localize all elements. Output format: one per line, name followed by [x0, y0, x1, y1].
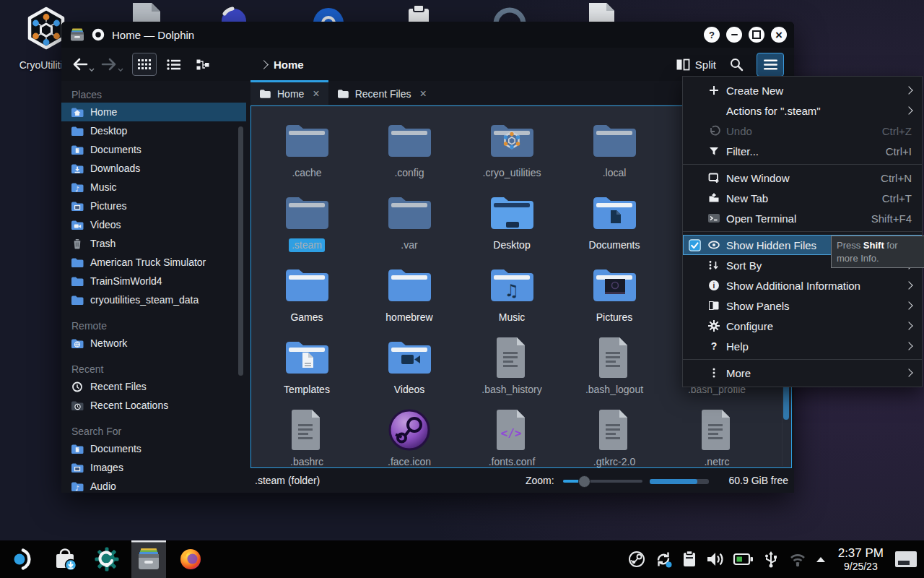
- sidebar-item-desktop[interactable]: Desktop: [61, 121, 246, 140]
- sidebar-item-music[interactable]: ♪Music: [61, 178, 246, 197]
- file-item-bash-history[interactable]: .bash_history: [463, 335, 560, 397]
- breadcrumb-home[interactable]: Home: [274, 59, 304, 71]
- sidebar-item-documents[interactable]: Documents: [61, 140, 246, 159]
- menu-item-show-additional-information[interactable]: iShow Additional Information: [683, 275, 922, 296]
- details-view-button[interactable]: [162, 53, 186, 75]
- desktop-shortcut-partial-doc-white[interactable]: [586, 1, 616, 22]
- folder-documents-icon: [591, 190, 637, 236]
- tray-clipboard-icon[interactable]: [681, 550, 698, 569]
- search-button[interactable]: [729, 57, 744, 72]
- menu-item-create-new[interactable]: Create New: [683, 80, 922, 100]
- menu-item-new-tab[interactable]: New TabCtrl+T: [683, 188, 922, 208]
- menu-shortcut: Shift+F4: [871, 212, 912, 225]
- tray-battery-icon[interactable]: [733, 551, 754, 568]
- sidebar-item-network[interactable]: Network: [61, 334, 246, 353]
- file-item-music[interactable]: ♫Music: [463, 262, 560, 324]
- sidebar-item-cryoutilities-steam-data[interactable]: cryoutilities_steam_data: [61, 290, 246, 309]
- show-desktop-button[interactable]: [895, 551, 917, 567]
- clock[interactable]: 2:37 PM 9/25/23: [838, 546, 884, 572]
- file-item-fonts-conf[interactable]: </>.fonts.conf: [463, 407, 560, 469]
- folder-dim-icon: [591, 118, 637, 164]
- maximize-button[interactable]: [749, 27, 764, 43]
- file-item-pictures[interactable]: Pictures: [566, 262, 663, 324]
- tree-view-icon: [196, 59, 211, 71]
- file-item-gtkrc-2-0[interactable]: .gtkrc-2.0: [566, 407, 663, 469]
- menu-item-new-window[interactable]: New WindowCtrl+N: [683, 168, 922, 188]
- tray-volume-icon[interactable]: [705, 551, 725, 568]
- taskbar-app-dolphin[interactable]: [131, 540, 166, 578]
- split-button[interactable]: Split: [676, 59, 716, 71]
- hamburger-menu-button[interactable]: [757, 53, 784, 77]
- back-button[interactable]: [71, 57, 93, 72]
- sidebar-item-documents[interactable]: Documents: [61, 439, 246, 458]
- menu-item-configure[interactable]: Configure: [683, 316, 922, 336]
- menu-item-open-terminal[interactable]: Open TerminalShift+F4: [683, 208, 922, 228]
- help-button[interactable]: ?: [704, 27, 720, 43]
- folder-dim-icon: [386, 190, 432, 236]
- breadcrumb[interactable]: Home: [261, 59, 304, 71]
- sidebar-item-home[interactable]: Home: [61, 103, 246, 121]
- titlebar[interactable]: Home — Dolphin ? ×: [61, 22, 794, 48]
- sidebar-item-american-truck-simulator[interactable]: American Truck Simulator: [61, 253, 246, 272]
- forward-button[interactable]: [100, 57, 122, 72]
- tray-caret-up-icon[interactable]: [815, 556, 827, 563]
- file-item-cache[interactable]: .cache: [258, 118, 355, 180]
- tooltip: Press Shift for more Info.: [831, 236, 924, 268]
- tray-steam-icon[interactable]: [627, 550, 646, 569]
- icons-view-button[interactable]: [132, 53, 157, 76]
- menu-item-more[interactable]: More: [683, 363, 922, 383]
- menu-item-label: New Window: [726, 172, 790, 184]
- file-item-face-icon[interactable]: .face.icon: [361, 407, 458, 469]
- tray-usb-icon[interactable]: [762, 550, 780, 569]
- file-item-videos[interactable]: Videos: [361, 335, 458, 397]
- file-item-netrc[interactable]: .netrc: [668, 407, 765, 469]
- desktop-shortcut-partial-disc[interactable]: [219, 1, 249, 22]
- menu-item-show-panels[interactable]: Show Panels: [683, 296, 922, 316]
- tab-close-icon[interactable]: ×: [313, 87, 319, 100]
- sidebar-item-recent-files[interactable]: Recent Files: [61, 377, 246, 396]
- sidebar-item-videos[interactable]: Videos: [61, 215, 246, 234]
- file-item-var[interactable]: .var: [361, 190, 458, 252]
- file-item-bash-logout[interactable]: .bash_logout: [566, 335, 663, 397]
- tree-view-button[interactable]: [191, 53, 214, 75]
- close-button[interactable]: ×: [771, 27, 787, 43]
- file-item-games[interactable]: Games: [258, 262, 355, 324]
- taskbar-app-application-launcher[interactable]: [6, 540, 40, 578]
- desktop-shortcut-partial-circle-blue[interactable]: [312, 1, 345, 22]
- taskbar-app-firefox[interactable]: [173, 540, 208, 578]
- sidebar-item-pictures[interactable]: Pictures: [61, 197, 246, 215]
- sidebar-scrollbar[interactable]: [238, 126, 243, 376]
- desktop-shortcut-partial-ring-slate[interactable]: [493, 1, 526, 22]
- tab-close-icon[interactable]: ×: [420, 87, 427, 100]
- sidebar-item-recent-locations[interactable]: Recent Locations: [61, 396, 246, 415]
- tray-network-icon[interactable]: [788, 551, 808, 568]
- tab-recent-files[interactable]: Recent Files ×: [328, 80, 435, 105]
- desktop-shortcut-partial-clipboard-white[interactable]: [404, 1, 433, 22]
- sidebar-item-trash[interactable]: Trash: [61, 234, 246, 253]
- tray-sync-icon[interactable]: [653, 549, 674, 569]
- taskbar-app-discover[interactable]: [48, 540, 82, 578]
- tab-home[interactable]: Home ×: [250, 80, 328, 105]
- file-item-homebrew[interactable]: homebrew: [361, 262, 458, 324]
- menu-item-actions-for-steam[interactable]: Actions for ".steam": [683, 100, 922, 121]
- file-item-steam[interactable]: .steam: [258, 190, 355, 252]
- file-item-documents[interactable]: Documents: [566, 190, 663, 252]
- sidebar-item-trainsimworld4[interactable]: TrainSimWorld4: [61, 272, 246, 290]
- file-item-cryo-utilities[interactable]: .cryo_utilities: [463, 118, 560, 180]
- zoom-slider-handle[interactable]: [578, 475, 590, 488]
- file-item-config[interactable]: .config: [361, 118, 458, 180]
- zoom-slider[interactable]: [563, 480, 642, 483]
- peek-icon: [898, 561, 910, 565]
- taskbar-app-system-settings[interactable]: [90, 540, 124, 578]
- menu-item-help[interactable]: ?Help: [683, 336, 922, 356]
- file-item-bashrc[interactable]: .bashrc: [258, 407, 355, 469]
- file-item-templates[interactable]: Templates: [258, 335, 355, 397]
- file-item-local[interactable]: .local: [566, 118, 663, 180]
- taskbar: 2:37 PM 9/25/23: [0, 540, 924, 578]
- sidebar-item-downloads[interactable]: Downloads: [61, 159, 246, 178]
- desktop-shortcut-partial-doc-gray[interactable]: [130, 1, 162, 22]
- menu-item-undo[interactable]: UndoCtrl+Z: [683, 121, 922, 141]
- menu-item-filter[interactable]: Filter...Ctrl+I: [683, 141, 922, 161]
- minimize-button[interactable]: [726, 27, 742, 43]
- file-item-desktop[interactable]: Desktop: [463, 190, 560, 252]
